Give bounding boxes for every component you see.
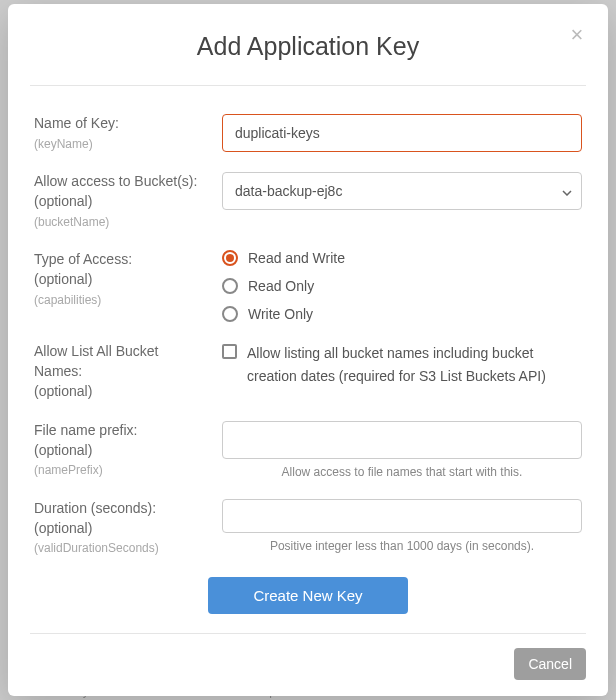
label-prefix: File name prefix: (optional) (namePrefix…: [34, 421, 222, 479]
cancel-button[interactable]: Cancel: [514, 648, 586, 680]
access-radio-group: Read and Write Read Only Write Only: [222, 250, 582, 322]
label-text: Name of Key:: [34, 114, 210, 134]
label-access: Type of Access: (optional) (capabilities…: [34, 250, 222, 308]
radio-label: Read and Write: [248, 250, 345, 266]
label-tech: (keyName): [34, 136, 210, 153]
list-all-checkbox[interactable]: Allow listing all bucket names including…: [222, 342, 582, 387]
label-tech: (namePrefix): [34, 462, 210, 479]
radio-label: Read Only: [248, 278, 314, 294]
label-text: Allow List All Bucket Names:: [34, 342, 210, 381]
help-text: Allow access to file names that start wi…: [222, 465, 582, 479]
label-tech: (bucketName): [34, 214, 210, 231]
label-list-all: Allow List All Bucket Names: (optional): [34, 342, 222, 401]
row-bucket: Allow access to Bucket(s): (optional) (b…: [34, 172, 582, 230]
label-tech: (capabilities): [34, 292, 210, 309]
key-name-input[interactable]: [222, 114, 582, 152]
radio-read-write[interactable]: Read and Write: [222, 250, 582, 266]
submit-row: Create New Key: [34, 577, 582, 614]
label-optional: (optional): [34, 192, 210, 212]
radio-icon: [222, 306, 238, 322]
modal-title: Add Application Key: [28, 32, 588, 61]
label-optional: (optional): [34, 441, 210, 461]
create-key-button[interactable]: Create New Key: [208, 577, 407, 614]
help-text: Positive integer less than 1000 days (in…: [222, 539, 582, 553]
checkbox-label: Allow listing all bucket names including…: [247, 342, 582, 387]
radio-label: Write Only: [248, 306, 313, 322]
row-access-type: Type of Access: (optional) (capabilities…: [34, 250, 582, 322]
label-text: Duration (seconds):: [34, 499, 210, 519]
label-optional: (optional): [34, 270, 210, 290]
modal-header: Add Application Key ×: [8, 4, 608, 85]
row-key-name: Name of Key: (keyName): [34, 114, 582, 152]
close-icon[interactable]: ×: [568, 26, 586, 44]
row-prefix: File name prefix: (optional) (namePrefix…: [34, 421, 582, 479]
radio-read-only[interactable]: Read Only: [222, 278, 582, 294]
label-text: Allow access to Bucket(s):: [34, 172, 210, 192]
label-bucket: Allow access to Bucket(s): (optional) (b…: [34, 172, 222, 230]
checkbox-icon: [222, 344, 237, 359]
radio-icon: [222, 278, 238, 294]
label-duration: Duration (seconds): (optional) (validDur…: [34, 499, 222, 557]
modal-footer: Cancel: [8, 634, 608, 696]
label-optional: (optional): [34, 382, 210, 402]
prefix-input[interactable]: [222, 421, 582, 459]
label-tech: (validDurationSeconds): [34, 540, 210, 557]
label-optional: (optional): [34, 519, 210, 539]
add-app-key-modal: Add Application Key × Name of Key: (keyN…: [8, 4, 608, 696]
label-text: Type of Access:: [34, 250, 210, 270]
duration-input[interactable]: [222, 499, 582, 533]
row-list-all: Allow List All Bucket Names: (optional) …: [34, 342, 582, 401]
bucket-select[interactable]: data-backup-ej8c: [222, 172, 582, 210]
label-key-name: Name of Key: (keyName): [34, 114, 222, 152]
modal-body: Name of Key: (keyName) Allow access to B…: [8, 86, 608, 633]
row-duration: Duration (seconds): (optional) (validDur…: [34, 499, 582, 557]
radio-write-only[interactable]: Write Only: [222, 306, 582, 322]
radio-icon: [222, 250, 238, 266]
label-text: File name prefix:: [34, 421, 210, 441]
